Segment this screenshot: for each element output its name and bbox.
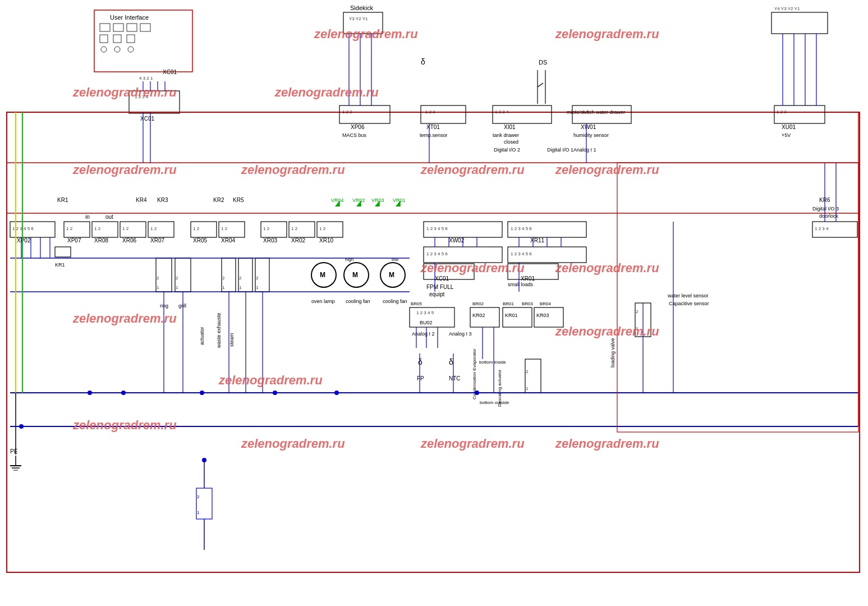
svg-text:2: 2 xyxy=(636,309,639,314)
svg-text:Descaling actuator: Descaling actuator xyxy=(497,369,502,407)
svg-text:XC01: XC01 xyxy=(140,116,154,122)
svg-text:cooling fan: cooling fan xyxy=(383,299,407,304)
svg-text:1: 1 xyxy=(197,510,200,515)
svg-text:2: 2 xyxy=(239,276,242,281)
svg-text:Y3 Y2  Y1: Y3 Y2 Y1 xyxy=(349,16,368,21)
svg-text:1: 1 xyxy=(526,386,529,391)
svg-text:Analog I 2: Analog I 2 xyxy=(412,331,435,337)
svg-text:1: 1 xyxy=(256,285,259,290)
svg-text:XR10: XR10 xyxy=(319,237,333,244)
svg-text:VR03: VR03 xyxy=(371,198,384,203)
svg-text:oven lamp: oven lamp xyxy=(311,299,335,304)
svg-point-212 xyxy=(121,391,126,395)
svg-text:BR01: BR01 xyxy=(503,301,515,306)
svg-text:out: out xyxy=(105,214,113,220)
svg-text:PE: PE xyxy=(10,448,18,454)
diagram-container: User Interface XC01 4 3 2 1 1 2 3 4 XC01… xyxy=(0,0,868,606)
svg-text:actuator: actuator xyxy=(199,327,205,345)
svg-text:User Interface: User Interface xyxy=(110,14,149,21)
svg-text:closed: closed xyxy=(504,139,518,145)
svg-text:2: 2 xyxy=(222,276,225,281)
svg-text:grill: grill xyxy=(178,303,186,309)
svg-text:XW02: XW02 xyxy=(449,237,465,244)
svg-text:1  2: 1 2 xyxy=(263,226,270,231)
svg-text:1  2  3  4: 1 2 3 4 xyxy=(815,226,829,231)
svg-text:VR02: VR02 xyxy=(352,198,365,203)
svg-text:steam: steam xyxy=(229,333,235,347)
svg-text:2: 2 xyxy=(157,276,159,281)
svg-text:1  2: 1 2 xyxy=(291,226,298,231)
svg-text:1  2: 1 2 xyxy=(319,226,326,231)
svg-text:4 3 2 1: 4 3 2 1 xyxy=(139,76,153,81)
svg-text:δ: δ xyxy=(421,57,425,66)
svg-text:NTC: NTC xyxy=(449,375,461,382)
svg-text:in: in xyxy=(85,214,90,220)
svg-text:XR05: XR05 xyxy=(193,237,207,244)
svg-text:Capacitive sensor: Capacitive sensor xyxy=(669,301,709,306)
svg-text:1  2  3: 1 2 3 xyxy=(342,109,352,114)
svg-text:1  2: 1 2 xyxy=(193,226,200,231)
svg-text:+5V: +5V xyxy=(782,132,791,138)
wiring-diagram: User Interface XC01 4 3 2 1 1 2 3 4 XC01… xyxy=(0,0,868,606)
svg-text:XC01: XC01 xyxy=(435,276,449,282)
svg-text:bottom outside: bottom outside xyxy=(480,400,509,405)
svg-text:KR4: KR4 xyxy=(136,197,147,203)
svg-text:XR04: XR04 xyxy=(221,237,235,244)
svg-text:BR04: BR04 xyxy=(540,301,552,306)
svg-point-214 xyxy=(273,391,277,395)
svg-text:XP06: XP06 xyxy=(351,124,365,130)
svg-text:XR11: XR11 xyxy=(530,237,544,244)
svg-text:2: 2 xyxy=(197,494,200,499)
svg-text:M: M xyxy=(389,271,394,279)
svg-text:cooling fan: cooling fan xyxy=(346,299,370,304)
svg-text:BR05: BR05 xyxy=(411,301,422,306)
svg-text:Digital I/O 1: Digital I/O 1 xyxy=(547,147,573,153)
svg-text:1  2: 1 2 xyxy=(66,226,73,231)
svg-text:1  2  3  4  5  6: 1 2 3 4 5 6 xyxy=(426,226,448,231)
svg-text:temp.sensor: temp.sensor xyxy=(420,132,448,138)
svg-text:humidity sensor: humidity sensor xyxy=(573,132,609,138)
svg-text:waste exhauste: waste exhauste xyxy=(216,313,222,348)
svg-text:1: 1 xyxy=(222,285,225,290)
svg-text:1: 1 xyxy=(636,326,639,331)
svg-text:XP07: XP07 xyxy=(67,237,81,244)
svg-text:equipt: equipt xyxy=(429,291,444,297)
svg-point-211 xyxy=(88,391,92,395)
svg-text:Digital I/O 2: Digital I/O 2 xyxy=(494,147,520,153)
svg-text:BR02: BR02 xyxy=(472,301,484,306)
svg-text:1 2 3 4 5: 1 2 3 4 5 xyxy=(416,310,434,315)
svg-text:2: 2 xyxy=(256,276,259,281)
svg-text:2: 2 xyxy=(176,276,178,281)
svg-text:KR1: KR1 xyxy=(55,262,65,268)
svg-text:KR02: KR02 xyxy=(472,313,485,318)
svg-text:Analog I 1: Analog I 1 xyxy=(573,147,596,153)
svg-text:XR07: XR07 xyxy=(150,237,164,244)
svg-text:M: M xyxy=(352,271,358,279)
svg-text:1  2  3  4: 1 2 3 4 xyxy=(495,109,509,114)
svg-point-223 xyxy=(202,458,206,462)
svg-text:Digital I/O 3: Digital I/O 3 xyxy=(812,206,839,212)
svg-text:MACS bus: MACS bus xyxy=(342,132,367,138)
svg-text:Sidekick: Sidekick xyxy=(350,4,373,11)
svg-text:XI01: XI01 xyxy=(504,124,516,130)
svg-point-215 xyxy=(334,391,339,395)
svg-text:KR03: KR03 xyxy=(536,313,549,318)
svg-text:1: 1 xyxy=(176,285,178,290)
svg-text:KR5: KR5 xyxy=(233,197,244,203)
svg-point-213 xyxy=(200,391,204,395)
svg-text:1  2  3  4: 1 2 3 4 xyxy=(575,109,589,114)
svg-text:1: 1 xyxy=(239,285,242,290)
svg-text:doorlock: doorlock xyxy=(819,213,839,219)
svg-text:XR06: XR06 xyxy=(122,237,136,244)
svg-text:1  2  3  4  5  6: 1 2 3 4 5 6 xyxy=(511,226,532,231)
svg-text:KR3: KR3 xyxy=(157,197,168,203)
svg-text:δ: δ xyxy=(449,357,453,366)
svg-text:XR03: XR03 xyxy=(263,237,277,244)
svg-text:XW01: XW01 xyxy=(581,124,596,130)
svg-text:VR04: VR04 xyxy=(331,198,344,203)
svg-text:XR08: XR08 xyxy=(94,237,108,244)
svg-text:small loads: small loads xyxy=(508,282,534,287)
svg-text:1  2  3  4  5  6: 1 2 3 4 5 6 xyxy=(511,251,532,256)
svg-text:XC01: XC01 xyxy=(163,69,177,75)
svg-text:bottom inside: bottom inside xyxy=(479,360,506,365)
